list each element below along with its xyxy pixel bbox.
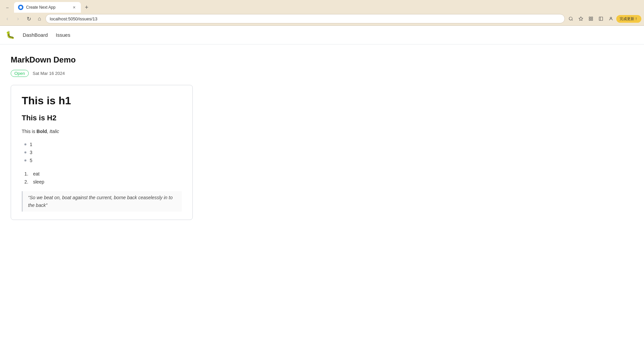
profile-icon-button[interactable] [606, 14, 616, 23]
tab-title: Create Next App [26, 5, 69, 10]
list-item: 1 [24, 140, 182, 148]
tab-favicon [18, 5, 23, 10]
markdown-card: This is h1 This is H2 This is Bold, Ital… [11, 85, 193, 220]
paragraph-prefix: This is [22, 129, 36, 134]
list-item: 5 [24, 156, 182, 164]
active-tab[interactable]: Create Next App × [14, 2, 81, 13]
svg-rect-6 [589, 19, 591, 20]
toolbar-icons: 完成更新！ [566, 14, 641, 23]
list-item: 1. eat [24, 170, 182, 178]
minimize-button[interactable]: – [3, 3, 12, 12]
unordered-list: 1 3 5 [22, 140, 182, 164]
nav-link-dashboard[interactable]: DashBoard [23, 32, 48, 38]
svg-rect-7 [599, 17, 603, 21]
svg-rect-3 [589, 17, 591, 18]
address-bar-row: ‹ › ↻ ⌂ [0, 13, 644, 25]
app-logo-icon: 🐛 [5, 30, 15, 40]
markdown-h2: This is H2 [22, 114, 182, 122]
bookmark-icon-button[interactable] [576, 14, 586, 23]
issue-date: Sat Mar 16 2024 [33, 71, 65, 76]
new-tab-button[interactable]: + [82, 3, 91, 12]
svg-line-1 [572, 20, 573, 21]
sidebar-icon-button[interactable] [596, 14, 606, 23]
paragraph-italic: Italic [49, 129, 59, 134]
ordered-list: 1. eat 2. sleep [22, 170, 182, 186]
list-item: 3 [24, 148, 182, 156]
search-icon-button[interactable] [566, 14, 576, 23]
forward-button[interactable]: › [13, 14, 23, 23]
nav-link-issues[interactable]: Issues [56, 32, 70, 38]
browser-window-controls: – [3, 3, 12, 12]
paragraph-bold: Bold [36, 129, 47, 134]
reload-button[interactable]: ↻ [24, 14, 33, 23]
tab-close-button[interactable]: × [71, 5, 77, 10]
markdown-paragraph: This is Bold, Italic [22, 128, 182, 135]
url-input[interactable] [50, 16, 560, 21]
status-badge: Open [11, 70, 29, 77]
home-button[interactable]: ⌂ [35, 14, 44, 23]
markdown-blockquote: “So we beat on, boat against the current… [22, 191, 182, 212]
issue-title: MarkDown Demo [11, 55, 390, 65]
address-bar[interactable] [45, 14, 565, 23]
update-button[interactable]: 完成更新！ [616, 15, 641, 23]
app-nav: 🐛 DashBoard Issues [0, 26, 644, 44]
svg-point-0 [569, 17, 572, 20]
markdown-h1: This is h1 [22, 95, 182, 107]
extensions-icon-button[interactable] [586, 14, 596, 23]
svg-marker-2 [579, 17, 583, 20]
browser-chrome: – Create Next App × + ‹ › ↻ ⌂ [0, 0, 644, 26]
svg-point-9 [610, 17, 612, 19]
svg-rect-4 [591, 17, 593, 18]
page-content: MarkDown Demo Open Sat Mar 16 2024 This … [0, 44, 401, 231]
back-button[interactable]: ‹ [3, 14, 12, 23]
list-item: 2. sleep [24, 178, 182, 186]
tab-bar: – Create Next App × + [0, 0, 644, 13]
issue-meta: Open Sat Mar 16 2024 [11, 70, 390, 77]
svg-rect-5 [591, 19, 593, 20]
